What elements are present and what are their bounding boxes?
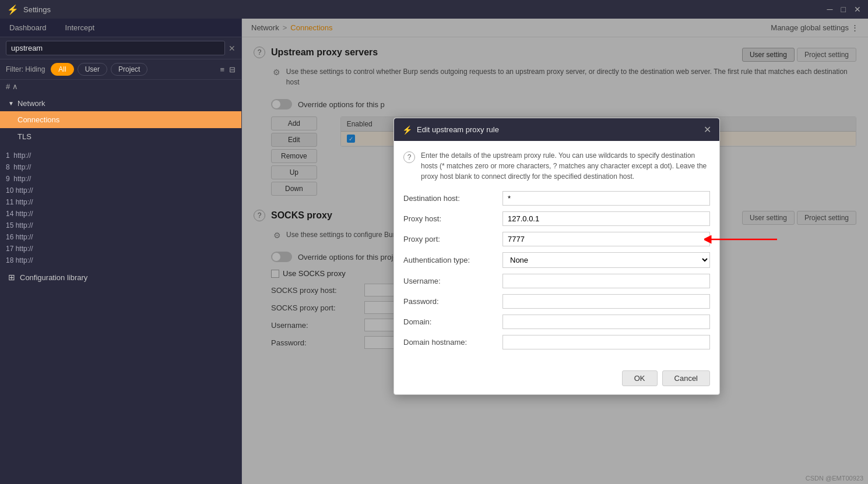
proxy-host-row: Proxy host: (403, 211, 710, 226)
modal-domain-hostname-label: Domain hostname: (403, 338, 502, 347)
sidebar-item-connections[interactable]: Connections (0, 111, 241, 128)
minimize-button[interactable]: ─ (827, 5, 833, 14)
list-item[interactable]: 16 http:// (6, 231, 236, 243)
titlebar: ⚡ Settings ─ □ ✕ (0, 0, 868, 19)
app-layout: Dashboard Intercept ✕ Filter: Hiding All… (0, 19, 868, 484)
window-controls: ─ □ ✕ (827, 5, 861, 14)
window-title: Settings (23, 5, 51, 14)
network-section-header[interactable]: ▼ Network (0, 96, 241, 111)
proxy-port-row: Proxy port: (403, 232, 710, 246)
list-item[interactable]: 10 http:// (6, 185, 236, 196)
close-button[interactable]: ✕ (854, 5, 861, 14)
modal-username-row: Username: (403, 274, 710, 288)
modal-password-label: Password: (403, 297, 502, 306)
modal-domain-label: Domain: (403, 317, 502, 326)
list-item[interactable]: 1 http:// (6, 150, 236, 161)
search-clear-button[interactable]: ✕ (229, 44, 236, 53)
filter-sort-icon[interactable]: ≡ (220, 65, 224, 74)
filter-bar: Filter: Hiding All User Project ≡ ⊟ (0, 59, 241, 80)
sidebar-nav: ▼ Network Connections TLS 1 http:// 8 ht… (0, 93, 241, 484)
config-icon: ⊞ (8, 273, 15, 282)
modal-icon: ⚡ (402, 125, 412, 135)
network-section: ▼ Network Connections TLS (0, 93, 241, 147)
tab-dashboard[interactable]: Dashboard (0, 19, 56, 37)
modal-header: ⚡ Edit upstream proxy rule ✕ (394, 118, 719, 141)
network-label: Network (17, 99, 45, 108)
red-arrow-port (704, 233, 780, 246)
filter-all-button[interactable]: All (51, 63, 73, 76)
modal-domain-hostname-row: Domain hostname: (403, 335, 710, 349)
filter-label: Filter: Hiding (6, 65, 45, 73)
search-input[interactable] (6, 41, 225, 55)
list-item[interactable]: 17 http:// (6, 243, 236, 255)
modal-domain-hostname-input[interactable] (502, 335, 710, 349)
modal-description-text: Enter the details of the upstream proxy … (421, 150, 710, 182)
list-item[interactable]: 14 http:// (6, 208, 236, 220)
search-bar: ✕ (0, 37, 241, 59)
modal-cancel-button[interactable]: Cancel (662, 370, 710, 386)
modal-password-row: Password: (403, 294, 710, 309)
list-item[interactable]: 8 http:// (6, 161, 236, 173)
modal-close-button[interactable]: ✕ (704, 124, 711, 135)
dest-host-row: Destination host: (403, 191, 710, 206)
list-item[interactable]: 9 http:// (6, 173, 236, 185)
modal-title: Edit upstream proxy rule (417, 125, 704, 134)
dest-host-label: Destination host: (403, 194, 502, 203)
auth-type-row: Authentication type: None (403, 252, 710, 268)
modal-domain-input[interactable] (502, 315, 710, 329)
maximize-button[interactable]: □ (841, 5, 846, 14)
tab-intercept[interactable]: Intercept (56, 19, 104, 37)
filter-user-button[interactable]: User (78, 63, 107, 76)
proxy-port-label: Proxy port: (403, 235, 502, 243)
modal-domain-row: Domain: (403, 315, 710, 329)
modal-overlay: ⚡ Edit upstream proxy rule ✕ ? Enter the… (242, 19, 868, 484)
modal-description-row: ? Enter the details of the upstream prox… (403, 150, 710, 182)
network-arrow-icon: ▼ (8, 100, 14, 107)
list-item[interactable]: 11 http:// (6, 196, 236, 208)
dest-host-input[interactable] (502, 191, 710, 206)
auth-type-label: Authentication type: (403, 256, 502, 264)
filter-options-icon[interactable]: ⊟ (229, 65, 236, 74)
list-header-label: # ∧ (6, 82, 18, 91)
proxy-host-label: Proxy host: (403, 214, 502, 223)
auth-type-select[interactable]: None (502, 252, 710, 268)
modal-footer: OK Cancel (394, 365, 719, 394)
edit-upstream-modal: ⚡ Edit upstream proxy rule ✕ ? Enter the… (393, 118, 720, 395)
list-items: 1 http:// 8 http:// 9 http:// 10 http://… (0, 147, 241, 269)
filter-project-button[interactable]: Project (111, 63, 147, 76)
modal-password-input[interactable] (502, 294, 710, 309)
modal-ok-button[interactable]: OK (622, 370, 658, 386)
filter-icons: ≡ ⊟ (220, 65, 236, 74)
left-panel: Dashboard Intercept ✕ Filter: Hiding All… (0, 19, 242, 484)
burp-icon: ⚡ (7, 4, 19, 15)
config-library-item[interactable]: ⊞ Configuration library (0, 269, 241, 286)
right-panel: Network > Connections Manage global sett… (242, 19, 868, 484)
modal-help-icon[interactable]: ? (403, 151, 415, 163)
modal-username-input[interactable] (502, 274, 710, 288)
modal-body: ? Enter the details of the upstream prox… (394, 141, 719, 365)
proxy-host-input[interactable] (502, 211, 710, 226)
modal-username-label: Username: (403, 277, 502, 285)
config-library-label: Configuration library (20, 273, 87, 282)
sidebar-item-tls[interactable]: TLS (0, 128, 241, 145)
list-header: # ∧ (0, 80, 241, 93)
list-item[interactable]: 15 http:// (6, 220, 236, 231)
list-item[interactable]: 18 http:// (6, 255, 236, 266)
proxy-port-input[interactable] (502, 232, 710, 246)
tab-bar: Dashboard Intercept (0, 19, 241, 37)
